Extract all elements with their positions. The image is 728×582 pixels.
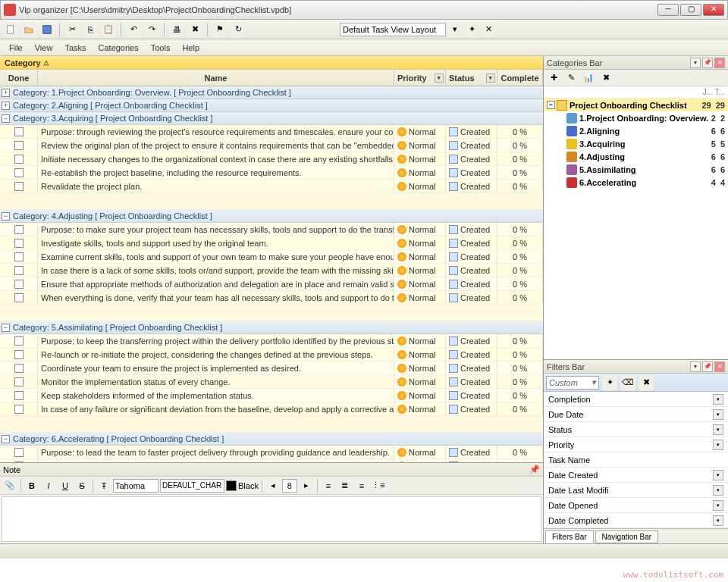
tree-item[interactable]: 6.Accelerating44: [544, 176, 728, 189]
save-icon[interactable]: [39, 22, 55, 37]
maximize-button[interactable]: ▢: [680, 4, 701, 16]
expand-toggle-icon[interactable]: −: [2, 212, 10, 221]
dropdown-icon[interactable]: ▾: [713, 409, 723, 420]
menu-view[interactable]: View: [29, 41, 59, 55]
pin-icon[interactable]: 📌: [529, 465, 540, 474]
col-status[interactable]: Status▾: [446, 70, 497, 86]
charset-input[interactable]: [160, 479, 224, 493]
font-picker-icon[interactable]: Ŧ: [96, 478, 111, 493]
close-button[interactable]: ✕: [703, 4, 724, 16]
expand-toggle-icon[interactable]: −: [2, 435, 10, 443]
dropdown-icon[interactable]: ▾: [486, 74, 495, 83]
tool-wand-icon[interactable]: ✦: [464, 22, 479, 37]
done-checkbox[interactable]: [14, 336, 24, 346]
font-name-input[interactable]: [113, 479, 158, 493]
done-checkbox[interactable]: [14, 141, 24, 150]
menu-tools[interactable]: Tools: [145, 41, 177, 55]
open-icon[interactable]: [21, 22, 36, 37]
filter-row[interactable]: Date Completed▾: [544, 513, 728, 528]
done-checkbox[interactable]: [14, 168, 24, 177]
align-left-icon[interactable]: ≡: [321, 478, 336, 493]
italic-icon[interactable]: I: [41, 478, 56, 493]
paste-icon[interactable]: 📋: [101, 22, 116, 37]
done-checkbox[interactable]: [14, 266, 24, 275]
align-center-icon[interactable]: ≣: [337, 478, 353, 493]
filter-row[interactable]: Priority▾: [544, 437, 728, 452]
cut-icon[interactable]: ✂: [64, 22, 80, 37]
done-checkbox[interactable]: [14, 448, 24, 457]
filter-row[interactable]: Completion▾: [544, 392, 728, 407]
dropdown-icon[interactable]: ▾: [713, 485, 723, 496]
underline-icon[interactable]: U: [58, 478, 73, 493]
col-done[interactable]: Done: [0, 70, 38, 86]
attach-icon[interactable]: 📎: [2, 478, 17, 493]
panel-close-icon[interactable]: ✕: [714, 361, 725, 372]
task-row[interactable]: Monitor the implementation status of eve…: [0, 375, 543, 389]
dropdown-icon[interactable]: ▾: [713, 440, 723, 450]
cat-new-icon[interactable]: ✚: [546, 70, 561, 86]
minimize-button[interactable]: ─: [657, 4, 679, 16]
task-row[interactable]: Purpose: to keep the transferring projec…: [0, 334, 543, 348]
panel-close-icon[interactable]: ✕: [714, 58, 725, 68]
dropdown-icon[interactable]: ▾: [435, 74, 444, 83]
task-row[interactable]: Keep stakeholders informed of the implem…: [0, 389, 543, 402]
filter-row[interactable]: Date Last Modifi▾: [544, 483, 728, 498]
panel-menu-icon[interactable]: ▾: [690, 361, 701, 372]
font-size-input[interactable]: [282, 479, 297, 493]
dropdown-icon[interactable]: ▾: [713, 500, 723, 511]
done-checkbox[interactable]: [14, 364, 24, 373]
filter-row[interactable]: Task Name: [544, 452, 728, 468]
task-row[interactable]: Purpose: to make sure your project team …: [0, 223, 543, 236]
print-icon[interactable]: 🖶: [169, 22, 184, 37]
done-checkbox[interactable]: [14, 280, 24, 289]
task-row[interactable]: Purpose: through reviewing the project's…: [0, 125, 543, 139]
group-row[interactable]: −Category: 3.Acquiring [ Project Onboard…: [0, 112, 543, 125]
expand-toggle-icon[interactable]: +: [2, 102, 10, 110]
done-checkbox[interactable]: [14, 225, 24, 234]
done-checkbox[interactable]: [14, 293, 24, 302]
tree-item[interactable]: 2.Aligning66: [544, 124, 728, 137]
col-complete[interactable]: Complete: [497, 70, 543, 86]
copy-icon[interactable]: ⎘: [83, 22, 98, 37]
tree-item[interactable]: 3.Acquiring55: [544, 137, 728, 150]
task-row[interactable]: Purpose: to lead the team to faster proj…: [0, 446, 543, 459]
size-up-icon[interactable]: ▸: [299, 478, 314, 493]
col-priority[interactable]: Priority▾: [394, 70, 446, 86]
task-row[interactable]: In case of any failure or significant de…: [0, 402, 543, 416]
col-name[interactable]: Name: [38, 70, 394, 86]
color-swatch[interactable]: [226, 480, 237, 491]
size-down-icon[interactable]: ◂: [265, 478, 281, 493]
strike-icon[interactable]: S: [74, 478, 89, 493]
align-right-icon[interactable]: ≡: [354, 478, 369, 493]
menu-file[interactable]: File: [3, 41, 29, 55]
menu-help[interactable]: Help: [176, 41, 206, 55]
expand-toggle-icon[interactable]: −: [2, 114, 10, 123]
group-row[interactable]: +Category: 1.Project Onboarding: Overvie…: [0, 86, 543, 99]
menu-tasks[interactable]: Tasks: [58, 41, 92, 55]
task-row[interactable]: Re-establish the project baseline, inclu…: [0, 166, 543, 180]
group-row[interactable]: −Category: 4.Adjusting [ Project Onboard…: [0, 210, 543, 223]
tree-root[interactable]: −Project Onboarding Checklist2929: [544, 99, 728, 111]
done-checkbox[interactable]: [14, 127, 24, 136]
filter-icon[interactable]: ⚑: [212, 22, 228, 37]
expand-toggle-icon[interactable]: +: [2, 89, 10, 97]
dropdown-icon[interactable]: ▾: [713, 394, 723, 405]
task-row[interactable]: Review the original plan of the project …: [0, 139, 543, 152]
task-row[interactable]: Revalidate the project plan.NormalCreate…: [0, 180, 543, 193]
filter-row[interactable]: Date Opened▾: [544, 498, 728, 513]
panel-pin-icon[interactable]: 📌: [702, 58, 713, 68]
menu-categories[interactable]: Categories: [93, 41, 145, 55]
task-row[interactable]: Examine current skills, tools and suppor…: [0, 250, 543, 264]
group-row[interactable]: +Category: 2.Aligning [ Project Onboardi…: [0, 99, 543, 112]
tree-item[interactable]: 1.Project Onboarding: Overview.22: [544, 111, 728, 124]
done-checkbox[interactable]: [14, 405, 24, 414]
layout-dropdown-icon[interactable]: ▾: [447, 22, 463, 37]
task-row[interactable]: Re-launch or re-initiate the project, co…: [0, 348, 543, 361]
done-checkbox[interactable]: [14, 391, 24, 400]
cat-chart-icon[interactable]: 📊: [581, 70, 596, 86]
expand-toggle-icon[interactable]: −: [2, 324, 10, 332]
panel-menu-icon[interactable]: ▾: [690, 58, 701, 68]
panel-pin-icon[interactable]: 📌: [702, 361, 713, 372]
filter-row[interactable]: Status▾: [544, 422, 728, 437]
tool-x-icon[interactable]: ✕: [481, 22, 496, 37]
